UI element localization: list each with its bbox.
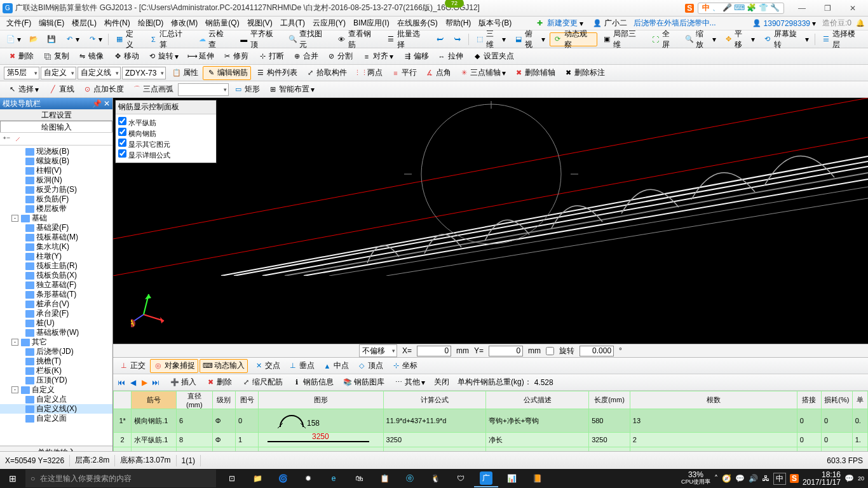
stretch-button[interactable]: ↔拉伸 (433, 50, 466, 64)
lookdown-button[interactable]: ⬓俯视▾ (510, 32, 548, 46)
menu-bim[interactable]: BIM应用(I) (349, 17, 393, 30)
spiral-icon[interactable]: 🌀 (271, 470, 295, 487)
move-button[interactable]: ✥移动 (109, 50, 142, 64)
delaux-button[interactable]: ✖删除辅轴 (510, 66, 559, 80)
save-button[interactable]: 💾 (43, 32, 60, 46)
folder-icon[interactable]: 📁 (245, 470, 269, 487)
tree-node[interactable]: 自定义点 (0, 395, 112, 404)
align-button[interactable]: ≡对齐▾ (358, 50, 397, 64)
ortho-button[interactable]: ⊥正交 (116, 359, 149, 373)
tree-node[interactable]: 柱帽(V) (0, 166, 112, 175)
tab-engineering[interactable]: 工程设置 (0, 109, 112, 121)
tree-node[interactable]: 基础梁(F) (0, 223, 112, 233)
display-option[interactable]: 水平纵筋 (118, 117, 214, 128)
ptlen-button[interactable]: ⊙点加长度 (79, 83, 127, 97)
display-option[interactable]: 显示详细公式 (118, 149, 214, 160)
pin-icon[interactable]: 📌 ✕ (92, 99, 110, 108)
store-icon[interactable]: 🛍 (347, 470, 371, 487)
rotate-check[interactable] (546, 347, 554, 355)
taskbar-search[interactable]: ○ 在这里输入你要搜索的内容 (25, 470, 216, 487)
tree-node[interactable]: 条形基础(T) (0, 290, 112, 299)
threeaux-button[interactable]: ✳三点辅轴▾ (456, 66, 509, 80)
qq-icon[interactable]: 🐧 (423, 470, 447, 487)
tree-node[interactable]: 板受力筋(S) (0, 185, 112, 194)
tree-node[interactable]: -自定义 (0, 385, 112, 395)
tree-node[interactable]: 承台梁(F) (0, 309, 112, 318)
tree-node[interactable]: 柱墩(Y) (0, 252, 112, 261)
orange-icon[interactable]: 📙 (525, 470, 549, 487)
tree-node[interactable]: 独立基础(F) (0, 280, 112, 290)
define-button[interactable]: ▦定义 (111, 32, 144, 46)
coord-button[interactable]: ⊹坐标 (388, 359, 421, 373)
menu-file[interactable]: 文件(F) (3, 17, 35, 30)
ptangle-button[interactable]: ∡点角 (421, 66, 454, 80)
x-input[interactable] (417, 346, 451, 356)
smart-button[interactable]: ⊞智能布置▾ (264, 83, 318, 97)
floor-combo[interactable]: 第5层 (4, 67, 39, 79)
dynview-button[interactable]: ⟳动态观察 (550, 32, 597, 46)
rect-button[interactable]: ▭矩形 (230, 83, 263, 97)
tree-brush-icon[interactable]: ⟋ (14, 135, 22, 144)
user-avatar[interactable]: 👤广小二 (590, 18, 630, 29)
tab-drawing[interactable]: 绘图输入 (0, 121, 112, 132)
dellabel-button[interactable]: ✖删除标注 (560, 66, 608, 80)
nav-next[interactable]: ▶ (139, 378, 150, 387)
menu-help[interactable]: 帮助(H) (442, 17, 475, 30)
twopt-button[interactable]: ⋮⋮两点 (353, 66, 386, 80)
menu-cloud[interactable]: 云应用(Y) (309, 17, 349, 30)
phone-label[interactable]: 👤13907298339▾ (749, 18, 818, 29)
rotate-button[interactable]: ⟲旋转▾ (144, 50, 182, 64)
arc3-button[interactable]: ⌒三点画弧 (128, 83, 177, 97)
tray-up-icon[interactable]: ˄ (714, 474, 718, 483)
app-task-icon[interactable]: 广 (474, 470, 498, 487)
edge-icon[interactable]: e (322, 470, 346, 487)
rebarlib-button[interactable]: 📚钢筋图库 (339, 376, 388, 390)
tree-node[interactable]: 桩(U) (0, 318, 112, 328)
menu-edit[interactable]: 编辑(E) (35, 17, 68, 30)
new-file-button[interactable]: 📄▾ (3, 32, 24, 46)
rebarinfo-button[interactable]: ℹ钢筋信息 (288, 376, 337, 390)
redo-button[interactable]: ↷▾ (84, 32, 105, 46)
menu-rebar[interactable]: 钢筋量(Q) (201, 17, 243, 30)
safe-icon[interactable]: 🛡 (449, 470, 473, 487)
member-combo[interactable]: ZDYX-73 (122, 67, 166, 79)
mid-button[interactable]: ▲中点 (319, 359, 352, 373)
menu-tool[interactable]: 工具(T) (276, 17, 309, 30)
ie-icon[interactable]: ⓔ (398, 470, 422, 487)
tree-node[interactable]: -基础 (0, 214, 112, 223)
parallel-button[interactable]: ≡平行 (387, 66, 420, 80)
display-option[interactable]: 显示其它图元 (118, 139, 214, 149)
extend-button[interactable]: ⟼延伸 (184, 50, 217, 64)
menu-draw[interactable]: 绘图(D) (134, 17, 168, 30)
insert-button[interactable]: ➕插入 (166, 376, 200, 390)
tree-node[interactable]: 桩承台(V) (0, 299, 112, 309)
tree-node[interactable]: 板洞(N) (0, 175, 112, 185)
mirror-button[interactable]: ⇋镜像 (74, 50, 107, 64)
tree-node[interactable]: 现浇板(B) (0, 147, 112, 156)
tree-node[interactable]: 筏板负筋(X) (0, 271, 112, 280)
tree-node[interactable]: 筏板基础(M) (0, 233, 112, 242)
trim-button[interactable]: ✂修剪 (219, 50, 252, 64)
flatroof-button[interactable]: ▬平齐板顶 (236, 32, 283, 46)
tray-sogou-icon[interactable]: S (790, 474, 799, 483)
other-button[interactable]: ⋯其他▾ (390, 376, 428, 390)
menu-member[interactable]: 构件(N) (100, 17, 134, 30)
scale-rebar-button[interactable]: ⤢缩尺配筋 (238, 376, 286, 390)
editrebar-button[interactable]: ✎编辑钢筋 (203, 66, 251, 80)
pan-button[interactable]: ✥平移▾ (721, 32, 758, 46)
menu-online[interactable]: 在线服务(S) (393, 17, 442, 30)
display-option[interactable]: 横向钢筋 (118, 128, 214, 139)
fullscreen-button[interactable]: ⛶全屏 (648, 32, 680, 46)
tray-msg-icon[interactable]: 💬 (735, 474, 745, 483)
taskview-icon[interactable]: ⊡ (220, 470, 244, 487)
tree-node[interactable]: 栏板(K) (0, 366, 112, 376)
tree-node[interactable]: 自定义面 (0, 414, 112, 423)
line-button[interactable]: ╱直线 (44, 83, 78, 97)
batchsel-button[interactable]: ☰批量选择 (383, 32, 430, 46)
tree-node[interactable]: 挑檐(T) (0, 356, 112, 366)
screenrot-button[interactable]: ⟲屏幕旋转▾ (759, 32, 812, 46)
tree-node[interactable]: 楼层板带 (0, 204, 112, 214)
tray-notif-icon[interactable]: 💬 (844, 474, 854, 483)
tray-wifi-icon[interactable]: 🖧 (762, 474, 770, 483)
perp-button[interactable]: ⊥垂点 (285, 359, 318, 373)
